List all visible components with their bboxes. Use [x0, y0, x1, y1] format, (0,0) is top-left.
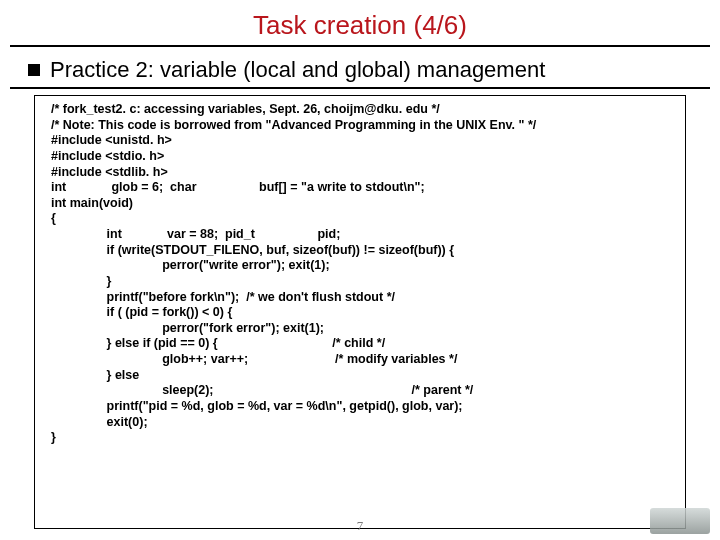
- code-line: }: [51, 430, 669, 446]
- code-box: /* fork_test2. c: accessing variables, S…: [34, 95, 686, 529]
- code-line: if ( (pid = fork()) < 0) {: [51, 305, 669, 321]
- code-line: } else: [51, 368, 669, 384]
- code-line: }: [51, 274, 669, 290]
- code-line: sleep(2); /* parent */: [51, 383, 669, 399]
- code-line: printf("pid = %d, glob = %d, var = %d\n"…: [51, 399, 669, 415]
- subtitle-row: Practice 2: variable (local and global) …: [0, 57, 720, 87]
- code-line: } else if (pid == 0) { /* child */: [51, 336, 669, 352]
- code-line: #include <stdlib. h>: [51, 165, 669, 181]
- subtitle-underline: [10, 87, 710, 89]
- slide-title: Task creation (4/6): [0, 0, 720, 45]
- code-line: printf("before fork\n"); /* we don't flu…: [51, 290, 669, 306]
- code-line: glob++; var++; /* modify variables */: [51, 352, 669, 368]
- slide-subtitle: Practice 2: variable (local and global) …: [50, 57, 545, 83]
- code-line: exit(0);: [51, 415, 669, 431]
- code-line: #include <unistd. h>: [51, 133, 669, 149]
- code-line: int main(void): [51, 196, 669, 212]
- code-line: perror("write error"); exit(1);: [51, 258, 669, 274]
- code-line: /* Note: This code is borrowed from "Adv…: [51, 118, 669, 134]
- code-line: int var = 88; pid_t pid;: [51, 227, 669, 243]
- code-line: /* fork_test2. c: accessing variables, S…: [51, 102, 669, 118]
- footer-logo: [650, 508, 710, 534]
- code-line: if (write(STDOUT_FILENO, buf, sizeof(buf…: [51, 243, 669, 259]
- code-line: int glob = 6; char buf[] = "a write to s…: [51, 180, 669, 196]
- title-underline: [10, 45, 710, 47]
- code-line: #include <stdio. h>: [51, 149, 669, 165]
- page-number: 7: [357, 518, 364, 534]
- code-line: {: [51, 211, 669, 227]
- code-line: perror("fork error"); exit(1);: [51, 321, 669, 337]
- bullet-icon: [28, 64, 40, 76]
